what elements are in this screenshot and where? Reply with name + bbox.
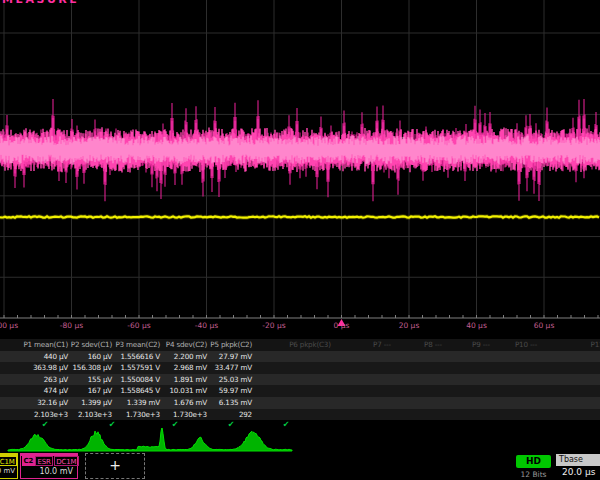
measurement-value: 1.558645 V [108,385,160,397]
time-axis-label: -60 µs [127,321,150,330]
param-header-dim[interactable]: P7 --- [373,339,391,351]
measurement-value: 1.556616 V [108,351,160,363]
time-axis-label: 40 µs [466,321,487,330]
measurement-value: 1.550084 V [108,374,160,386]
time-axis-label: 0 µs [334,321,350,330]
param-header-dim[interactable]: P6 pkpk(C3) [289,339,331,351]
timebase-descriptor[interactable]: Tbase 20.0 µs [556,454,600,480]
measurement-value: 292 [200,409,252,421]
measurement-value: 1.339 mV [108,397,160,409]
channel1-vdiv: 10.0 mV [0,467,17,476]
add-trace-box[interactable]: + [85,453,145,479]
param-header-dim[interactable]: P8 --- [424,339,442,351]
time-axis-label: -80 µs [60,321,83,330]
time-axis-label: 60 µs [534,321,555,330]
channel2-coupling-badge: DC1M [54,456,79,466]
measurement-value: 155 µV [60,374,112,386]
measurement-value: 1.730e+3 [108,409,160,421]
measurement-table-row: 263 µV155 µV1.550084 V1.891 mV25.03 mV [0,374,600,386]
channel2-esr-badge: ESR [35,456,53,466]
measurement-table-row: 474 µV167 µV1.558645 V10.031 mV59.97 mV [0,385,600,397]
param-header-dim[interactable]: P10 --- [515,339,537,351]
channel2-vdiv: 10.0 mV [21,467,77,476]
measurement-table-row: 440 µV160 µV1.556616 V2.200 mV27.97 mV [0,351,600,363]
param-header-dim[interactable]: P11 [591,339,600,351]
time-axis-label: 20 µs [399,321,420,330]
measurement-value: 167 µV [60,385,112,397]
hd-badge: HD [516,455,551,468]
measurement-value: 6.135 mV [200,397,252,409]
time-axis-label: -100 µs [0,321,18,330]
measurement-value: 27.97 mV [200,351,252,363]
measurement-value: 25.03 mV [200,374,252,386]
measurement-value: 1.399 µV [60,397,112,409]
c1-trace [0,216,599,217]
measurement-table-row: 363.98 µV156.308 µV1.557591 V2.968 mV33.… [0,362,600,374]
param-header-5[interactable]: P5 pkpk(C2) [200,339,252,351]
param-header-dim[interactable]: P9 --- [472,339,490,351]
measurement-table-row: 32.16 µV1.399 µV1.339 mV1.676 mV6.135 mV [0,397,600,409]
measurement-value: 33.477 mV [200,362,252,374]
plus-icon: + [86,454,144,477]
oscilloscope-screen: MEASURE -100 µs-80 µs-60 µs-40 µs-20 µs0… [0,0,600,480]
param-header-2[interactable]: P2 sdev(C1) [60,339,112,351]
channel1-coupling-badge: DC1M [0,456,17,466]
channel1-descriptor[interactable]: C1 DC1M 10.0 mV [0,453,18,479]
measurement-table: P1 mean(C1)P2 sdev(C1)P3 mean(C2)P4 sdev… [0,339,600,432]
banner-text: MEASURE [2,0,79,6]
timebase-title: Tbase [556,454,600,466]
graticule [0,0,600,340]
measurement-table-row: 2.103e+32.103e+31.730e+31.730e+3292 [0,409,600,421]
measurement-value: 156.308 µV [60,362,112,374]
param-header-3[interactable]: P3 mean(C2) [108,339,160,351]
time-axis-label: -20 µs [262,321,285,330]
time-axis-label: -40 µs [195,321,218,330]
measurement-table-header-row: P1 mean(C1)P2 sdev(C1)P3 mean(C2)P4 sdev… [0,339,600,351]
timebase-value: 20.0 µs [556,466,600,479]
hd-bits-label: 12 Bits [516,470,551,479]
measurement-value: 2.103e+3 [60,409,112,421]
measurement-value: 1.557591 V [108,362,160,374]
channel2-descriptor[interactable]: C2ESRDC1M 10.0 mV [20,453,78,479]
channel2-label: C2 [22,456,35,466]
measurement-value: 160 µV [60,351,112,363]
histogram-shape [8,428,292,451]
measurement-value: 59.97 mV [200,385,252,397]
